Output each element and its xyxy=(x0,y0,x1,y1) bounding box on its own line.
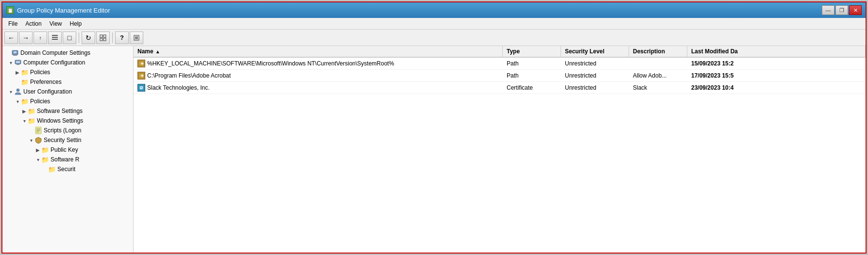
preferences-folder-icon: 📁 xyxy=(21,78,29,86)
sidebar-label-user-config: User Configuration xyxy=(23,88,72,95)
row-name-1: C:\Program Files\Adobe Acrobat xyxy=(147,72,231,79)
close-button[interactable]: ✕ xyxy=(849,5,862,15)
row-icon-cert-2 xyxy=(137,84,145,92)
sidebar-item-scripts[interactable]: Scripts (Logon xyxy=(2,126,133,135)
window-title: Group Policy Management Editor xyxy=(17,7,110,14)
expand-security-levels[interactable] xyxy=(41,166,48,173)
expand-policies[interactable]: ▶ xyxy=(14,69,21,76)
user-policies-folder-icon: 📁 xyxy=(21,97,29,105)
svg-rect-8 xyxy=(135,36,138,39)
expand-user-policies[interactable]: ▾ xyxy=(14,98,21,105)
sidebar-item-security-levels[interactable]: 📁 Securit xyxy=(2,164,133,174)
windows-settings-icon: 📁 xyxy=(28,117,35,125)
col-desc-label: Description xyxy=(633,48,665,55)
sidebar-item-security-settings[interactable]: ▾ Security Settin xyxy=(2,135,133,145)
sidebar-item-domain[interactable]: Domain Computer Settings xyxy=(2,48,133,58)
sidebar-item-user-config[interactable]: ▾ User Configuration xyxy=(2,87,133,96)
sidebar-item-public-key[interactable]: ▶ 📁 Public Key xyxy=(2,145,133,155)
col-header-description[interactable]: Description xyxy=(629,46,687,57)
menu-help[interactable]: Help xyxy=(66,19,86,28)
user-config-icon xyxy=(14,88,22,96)
col-type-label: Type xyxy=(507,48,520,55)
maximize-button[interactable]: ❐ xyxy=(835,5,848,15)
computer-config-icon xyxy=(14,59,22,66)
sort-arrow-name: ▲ xyxy=(155,49,160,54)
sidebar-label-computer-config: Computer Configuration xyxy=(23,59,85,66)
expand-security-settings[interactable]: ▾ xyxy=(28,137,34,143)
col-security-label: Security Level xyxy=(565,48,604,55)
help-button[interactable]: ? xyxy=(115,32,129,44)
expand-preferences[interactable] xyxy=(14,79,21,85)
expand-user-config[interactable]: ▾ xyxy=(7,88,14,95)
cell-security-1: Unrestricted xyxy=(561,70,629,81)
expand-software-settings[interactable]: ▶ xyxy=(21,108,28,114)
cell-desc-1: Allow Adob... xyxy=(629,70,687,81)
col-header-security[interactable]: Security Level xyxy=(561,46,629,57)
col-name-label: Name xyxy=(137,48,153,55)
cell-desc-0 xyxy=(629,62,687,65)
cell-type-0: Path xyxy=(503,58,561,69)
expand-software-restriction[interactable]: ▾ xyxy=(34,156,41,163)
cell-modified-0: 15/09/2023 15:2 xyxy=(687,58,866,69)
expand-scripts[interactable] xyxy=(28,127,34,134)
sidebar-label-security-settings: Security Settin xyxy=(44,137,81,143)
sidebar-item-preferences[interactable]: 📁 Preferences xyxy=(2,77,133,87)
sidebar-item-software-restriction[interactable]: ▾ 📁 Software R xyxy=(2,155,133,164)
col-header-modified[interactable]: Last Modified Da xyxy=(687,46,866,57)
col-header-type[interactable]: Type xyxy=(503,46,561,57)
properties-button[interactable] xyxy=(130,32,143,44)
up-button[interactable]: ↑ xyxy=(34,32,47,44)
sidebar-item-windows-settings[interactable]: ▾ 📁 Windows Settings xyxy=(2,116,133,126)
sidebar-item-policies[interactable]: ▶ 📁 Policies xyxy=(2,67,133,77)
menu-view[interactable]: View xyxy=(46,19,66,28)
minimize-button[interactable]: — xyxy=(822,5,834,15)
title-bar: 📋 Group Policy Management Editor — ❐ ✕ xyxy=(2,2,866,18)
table-row[interactable]: Slack Technologies, Inc. Certificate Unr… xyxy=(134,82,866,94)
expand-domain[interactable] xyxy=(4,49,11,56)
cell-name-0: %HKEY_LOCAL_MACHINE\SOFTWARE\Microsoft\W… xyxy=(134,58,503,69)
col-header-name[interactable]: Name ▲ xyxy=(134,46,503,57)
expand-windows-settings[interactable]: ▾ xyxy=(21,117,28,124)
table-row[interactable]: C:\Program Files\Adobe Acrobat Path Unre… xyxy=(134,70,866,82)
table-row[interactable]: %HKEY_LOCAL_MACHINE\SOFTWARE\Microsoft\W… xyxy=(134,58,866,70)
show-hide-button[interactable] xyxy=(48,32,62,44)
cell-desc-2: Slack xyxy=(629,82,687,93)
svg-rect-4 xyxy=(103,35,106,37)
sidebar-item-software-settings[interactable]: ▶ 📁 Software Settings xyxy=(2,106,133,116)
cell-name-2: Slack Technologies, Inc. xyxy=(134,82,503,94)
public-key-icon: 📁 xyxy=(41,146,49,154)
sidebar-label-policies: Policies xyxy=(30,69,50,76)
sidebar-item-user-policies[interactable]: ▾ 📁 Policies xyxy=(2,96,133,106)
back-button[interactable]: ← xyxy=(4,32,18,44)
svg-rect-10 xyxy=(14,51,17,53)
copy-button[interactable]: □ xyxy=(63,32,76,44)
svg-point-15 xyxy=(17,89,19,92)
cell-security-0: Unrestricted xyxy=(561,58,629,69)
expand-public-key[interactable]: ▶ xyxy=(34,146,41,153)
sidebar-label-user-policies: Policies xyxy=(30,98,50,105)
svg-rect-14 xyxy=(17,64,19,65)
row-icon-path-1 xyxy=(137,72,145,80)
menu-action[interactable]: Action xyxy=(21,19,45,28)
app-icon: 📋 xyxy=(6,6,14,14)
svg-rect-0 xyxy=(52,35,58,36)
main-content: Domain Computer Settings ▾ Computer Conf… xyxy=(2,46,866,253)
svg-rect-13 xyxy=(16,61,20,63)
list-header: Name ▲ Type Security Level Description L… xyxy=(134,46,866,58)
row-name-2: Slack Technologies, Inc. xyxy=(147,84,210,91)
refresh-button[interactable]: ↻ xyxy=(82,32,95,44)
expand-computer-config[interactable]: ▾ xyxy=(7,59,14,66)
domain-icon xyxy=(11,49,19,57)
policies-folder-icon: 📁 xyxy=(21,68,29,76)
sidebar-item-computer-config[interactable]: ▾ Computer Configuration xyxy=(2,58,133,67)
sidebar-label-public-key: Public Key xyxy=(51,146,78,153)
row-icon-path-0 xyxy=(137,60,145,67)
forward-button[interactable]: → xyxy=(19,32,33,44)
col-modified-label: Last Modified Da xyxy=(691,48,738,55)
sidebar-label-windows-settings: Windows Settings xyxy=(37,117,83,124)
security-levels-icon: 📁 xyxy=(48,165,56,173)
export-button[interactable] xyxy=(96,32,110,44)
main-window: 📋 Group Policy Management Editor — ❐ ✕ F… xyxy=(1,1,867,254)
separator-2 xyxy=(112,32,113,43)
menu-file[interactable]: File xyxy=(4,19,21,28)
